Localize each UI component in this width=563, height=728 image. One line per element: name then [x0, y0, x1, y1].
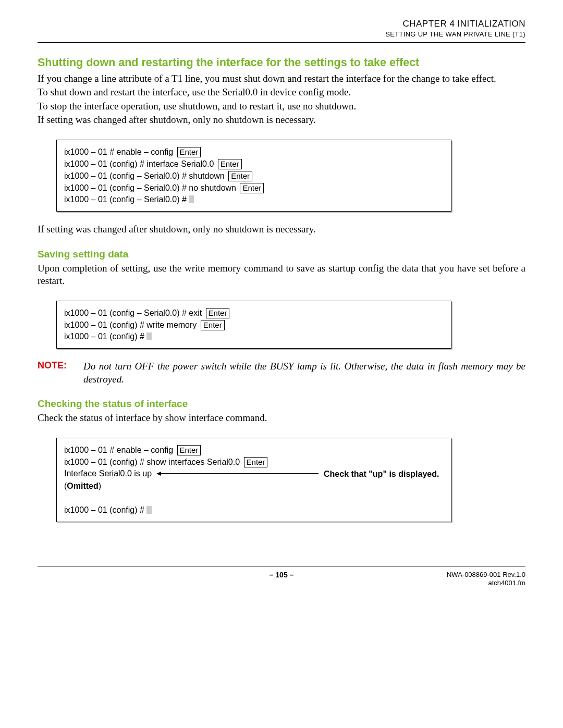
body-text: Check the status of interface by show in… [38, 412, 525, 424]
code-block-checking: ix1000 – 01 # enable – config Enter ix10… [56, 438, 451, 522]
body-text: If setting was changed after shutdown, o… [38, 223, 525, 236]
code-text: ix1000 – 01 (config – Serial0.0) # exit [64, 309, 202, 317]
arrow-icon [157, 473, 319, 474]
enter-key: Enter [240, 183, 264, 193]
code-text: ix1000 – 01 (config) # show interfaces S… [64, 458, 240, 466]
page: CHAPTER 4 INITIALIZATION SETTING UP THE … [0, 0, 563, 728]
file-name: atch4001.fm [421, 579, 525, 587]
paren-close: ) [99, 482, 101, 490]
body-text: To stop the interface operation, use shu… [38, 100, 525, 113]
cursor-icon [146, 506, 152, 514]
code-text: ix1000 – 01 (config – Serial0.0) # no sh… [64, 183, 236, 192]
code-text: ix1000 – 01 (config – Serial0.0) # [64, 195, 187, 204]
section-heading-shutdown: Shutting down and restarting the interfa… [38, 56, 525, 69]
footer: – 105 – NWA-008869-001 Rev.1.0 atch4001.… [38, 571, 525, 588]
enter-key: Enter [206, 308, 230, 318]
enter-key: Enter [177, 445, 201, 455]
code-text: ix1000 – 01 # enable – config [64, 147, 173, 156]
enter-key: Enter [177, 147, 201, 157]
code-text: ix1000 – 01 (config – Serial0.0) # shutd… [64, 171, 225, 180]
body-text: If you change a line attribute of a T1 l… [38, 72, 525, 85]
section-heading-saving: Saving setting data [38, 249, 525, 260]
code-text: ix1000 – 01 (config) # write memory [64, 320, 197, 329]
note-label: NOTE: [38, 360, 83, 386]
doc-id: NWA-008869-001 Rev.1.0 [421, 571, 525, 579]
code-block-shutdown: ix1000 – 01 # enable – config Enter ix10… [56, 140, 451, 212]
section-heading-checking: Checking the status of interface [38, 398, 525, 410]
interface-status-text: Interface Serial0.0 is up [64, 469, 152, 478]
enter-key: Enter [244, 457, 268, 467]
cursor-icon [146, 332, 152, 340]
code-block-saving: ix1000 – 01 (config – Serial0.0) # exit … [56, 301, 451, 349]
page-number: – 105 – [270, 571, 294, 588]
note-block: NOTE: Do not turn OFF the power switch w… [38, 360, 525, 386]
body-text: To shut down and restart the interface, … [38, 86, 525, 98]
subchapter-label: SETTING UP THE WAN PRIVATE LINE (T1) [38, 30, 525, 38]
code-text: ix1000 – 01 (config) # [64, 332, 144, 341]
enter-key: Enter [218, 159, 242, 169]
code-text: ix1000 – 01 (config) # interface Serial0… [64, 159, 214, 168]
note-text: Do not turn OFF the power switch while t… [83, 360, 525, 386]
omitted-label: Omitted [67, 482, 98, 490]
enter-key: Enter [228, 171, 252, 181]
code-text: ix1000 – 01 # enable – config [64, 446, 173, 454]
body-text: Upon completion of setting, use the writ… [38, 262, 525, 288]
code-text: ix1000 – 01 (config) # [64, 505, 144, 514]
chapter-label: CHAPTER 4 INITIALIZATION [38, 19, 525, 29]
header-rule [38, 42, 525, 43]
footer-rule [38, 566, 525, 566]
check-annotation: Check that "up" is displayed. [324, 469, 444, 480]
cursor-icon [189, 195, 194, 203]
enter-key: Enter [201, 320, 225, 330]
body-text: If setting was changed after shutdown, o… [38, 114, 525, 126]
